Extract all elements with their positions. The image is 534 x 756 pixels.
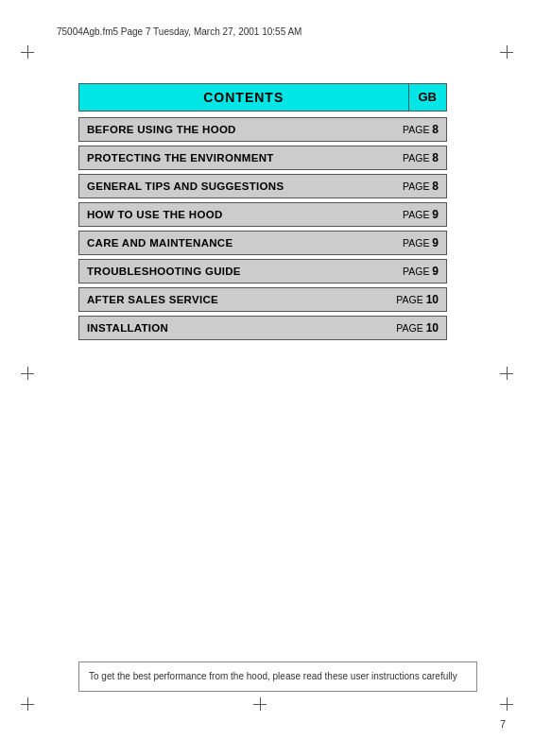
footer-note-text: To get the best performance from the hoo… (89, 671, 457, 681)
header-bar: 75004Agb.fm5 Page 7 Tuesday, March 27, 2… (57, 26, 506, 37)
toc-page: PAGE 8 (403, 180, 439, 193)
toc-label: HOW TO USE THE HOOD (87, 209, 223, 220)
toc-row: PROTECTING THE ENVIRONMENTPAGE 8 (78, 146, 447, 170)
toc-row: BEFORE USING THE HOODPAGE 8 (78, 117, 447, 142)
toc-page: PAGE 8 (403, 123, 439, 136)
toc-label: CARE AND MAINTENANCE (87, 237, 233, 249)
contents-header: CONTENTS GB (78, 83, 447, 112)
crosshair-top-right (500, 45, 513, 59)
toc-row: AFTER SALES SERVICEPAGE 10 (78, 287, 447, 312)
toc-row: CARE AND MAINTENANCEPAGE 9 (78, 231, 447, 255)
toc-label: BEFORE USING THE HOOD (87, 124, 236, 135)
header-filename: 75004Agb.fm5 Page 7 Tuesday, March 27, 2… (57, 26, 301, 37)
contents-gb-label: GB (409, 83, 448, 112)
footer-note: To get the best performance from the hoo… (78, 662, 477, 692)
page: 75004Agb.fm5 Page 7 Tuesday, March 27, 2… (0, 0, 534, 756)
toc-row: GENERAL TIPS AND SUGGESTIONSPAGE 8 (78, 174, 447, 198)
toc-label: AFTER SALES SERVICE (87, 294, 218, 305)
crosshair-bot-left (21, 697, 34, 711)
toc-page: PAGE 9 (403, 208, 439, 221)
crosshair-mid-left (21, 367, 34, 380)
toc-page: PAGE 8 (403, 151, 439, 164)
toc-label: TROUBLESHOOTING GUIDE (87, 266, 241, 277)
crosshair-bot-right (500, 697, 513, 711)
content-area: CONTENTS GB BEFORE USING THE HOODPAGE 8P… (78, 83, 447, 344)
crosshair-mid-right (500, 367, 513, 380)
toc-page: PAGE 9 (403, 236, 439, 249)
crosshair-bot-mid (253, 697, 267, 711)
toc-row: INSTALLATIONPAGE 10 (78, 316, 447, 340)
toc-label: INSTALLATION (87, 322, 168, 334)
contents-title: CONTENTS (78, 83, 409, 112)
toc-label: GENERAL TIPS AND SUGGESTIONS (87, 180, 284, 192)
toc-label: PROTECTING THE ENVIRONMENT (87, 152, 274, 163)
toc-page: PAGE 10 (396, 293, 439, 306)
toc-row: HOW TO USE THE HOODPAGE 9 (78, 202, 447, 227)
toc-row: TROUBLESHOOTING GUIDEPAGE 9 (78, 259, 447, 284)
toc-page: PAGE 9 (403, 265, 439, 278)
page-number: 7 (500, 718, 506, 730)
crosshair-top-left (21, 45, 34, 59)
toc-container: BEFORE USING THE HOODPAGE 8PROTECTING TH… (78, 117, 447, 340)
toc-page: PAGE 10 (396, 321, 439, 335)
